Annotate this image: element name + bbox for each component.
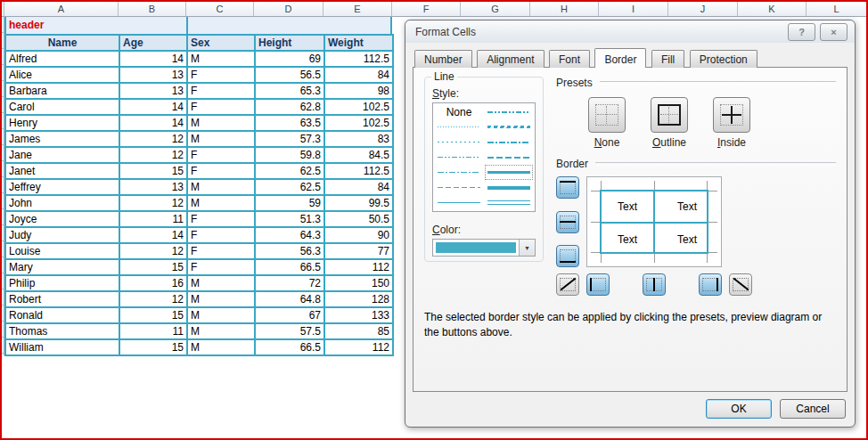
line-style-option-dashed[interactable] <box>435 180 483 195</box>
ok-button[interactable]: OK <box>706 399 772 419</box>
line-style-option-thin-solid[interactable] <box>435 195 483 210</box>
cell[interactable]: 112.5 <box>324 163 393 179</box>
header-label-cell[interactable]: header <box>6 17 188 34</box>
line-style-option-hair[interactable] <box>435 119 483 134</box>
cell[interactable]: 56.3 <box>255 243 324 259</box>
border-middle-horizontal-toggle[interactable] <box>556 211 579 233</box>
chevron-down-icon[interactable]: ▼ <box>519 240 535 256</box>
cell[interactable]: 59.8 <box>255 147 324 163</box>
cell[interactable]: 112 <box>324 339 393 355</box>
cell[interactable]: Carol <box>5 99 119 115</box>
line-style-list[interactable]: None <box>432 102 536 212</box>
cell[interactable]: John <box>5 195 119 211</box>
column-header-e[interactable]: E <box>323 2 392 16</box>
cell[interactable]: 133 <box>324 307 393 323</box>
dialog-titlebar[interactable]: Format Cells ? × <box>405 20 855 43</box>
cell[interactable]: F <box>187 99 255 115</box>
cell[interactable]: F <box>187 243 255 259</box>
cell[interactable]: 150 <box>324 275 393 291</box>
col-title-name[interactable]: Name <box>5 35 119 51</box>
cell[interactable]: M <box>187 307 255 323</box>
preset-inside-button[interactable] <box>713 97 750 133</box>
tab-fill[interactable]: Fill <box>651 50 684 68</box>
cell[interactable]: 77 <box>324 243 393 259</box>
line-style-option-thick-solid[interactable] <box>485 180 533 195</box>
cell[interactable]: 128 <box>324 291 393 307</box>
cell[interactable]: 84.5 <box>324 147 393 163</box>
cell[interactable]: 84 <box>324 179 393 195</box>
cell[interactable]: 13 <box>119 67 187 83</box>
cell[interactable]: 67 <box>255 307 324 323</box>
cell[interactable]: 12 <box>119 131 187 147</box>
cell[interactable]: 14 <box>119 227 187 243</box>
tab-alignment[interactable]: Alignment <box>477 50 544 68</box>
color-dropdown[interactable]: ▼ <box>432 239 536 257</box>
cell[interactable]: 72 <box>255 275 324 291</box>
cell[interactable]: F <box>187 227 255 243</box>
cell[interactable]: 12 <box>119 291 187 307</box>
border-diagonal-up-toggle[interactable] <box>556 273 579 296</box>
cell[interactable]: Barbara <box>5 83 119 99</box>
cell[interactable]: 14 <box>119 115 187 131</box>
cell[interactable]: 16 <box>119 275 187 291</box>
cell[interactable]: 62.8 <box>255 99 324 115</box>
cell[interactable]: Mary <box>5 259 119 275</box>
cell[interactable]: Thomas <box>5 323 119 339</box>
cell[interactable]: Janet <box>5 163 119 179</box>
cell[interactable]: Robert <box>5 291 119 307</box>
cell[interactable]: F <box>187 259 255 275</box>
tab-font[interactable]: Font <box>549 50 590 68</box>
cell[interactable]: Joyce <box>5 211 119 227</box>
cell[interactable]: 15 <box>119 307 187 323</box>
cell[interactable]: 64.8 <box>255 291 324 307</box>
cell[interactable]: 66.5 <box>255 259 324 275</box>
line-style-option-none[interactable]: None <box>435 104 483 119</box>
column-header-f[interactable]: F <box>392 2 461 16</box>
help-button[interactable]: ? <box>788 23 815 41</box>
line-style-option-double[interactable] <box>485 195 533 210</box>
cell[interactable]: F <box>187 211 255 227</box>
border-bottom-toggle[interactable] <box>556 245 579 267</box>
cell[interactable]: M <box>187 275 255 291</box>
cell[interactable]: 63.5 <box>255 115 324 131</box>
cell[interactable]: Judy <box>5 227 119 243</box>
column-header-b[interactable]: B <box>119 2 186 16</box>
cell[interactable]: 102.5 <box>324 99 393 115</box>
cell[interactable]: 15 <box>119 163 187 179</box>
border-left-toggle[interactable] <box>586 273 610 296</box>
cell[interactable]: 65.3 <box>255 83 324 99</box>
line-style-option-med-dash-dot[interactable] <box>485 134 533 150</box>
cell[interactable]: 14 <box>119 99 187 115</box>
tab-number[interactable]: Number <box>414 50 472 68</box>
cell[interactable]: Ronald <box>5 307 119 323</box>
column-header-l[interactable]: L <box>807 2 866 16</box>
cell[interactable]: 99.5 <box>324 195 393 211</box>
cell[interactable]: 15 <box>119 339 187 355</box>
line-style-option-dotted[interactable] <box>435 134 483 150</box>
cell[interactable]: William <box>5 339 119 355</box>
cell[interactable]: M <box>187 339 255 355</box>
border-diagonal-down-toggle[interactable] <box>729 273 752 296</box>
line-style-option-med-dash-dot-dot[interactable] <box>485 104 533 119</box>
cancel-button[interactable]: Cancel <box>780 399 846 419</box>
cell[interactable]: 112 <box>324 259 393 275</box>
cell[interactable]: 90 <box>324 227 393 243</box>
cell[interactable]: 57.5 <box>255 323 324 339</box>
cell[interactable]: 62.5 <box>255 179 324 195</box>
preset-outline-button[interactable] <box>651 97 688 133</box>
cell[interactable]: M <box>187 51 255 67</box>
border-preview[interactable]: Text Text Text Text <box>586 176 722 267</box>
column-header-i[interactable]: I <box>599 2 668 16</box>
col-title-height[interactable]: Height <box>255 35 324 51</box>
cell[interactable]: 12 <box>119 147 187 163</box>
cell[interactable]: F <box>187 147 255 163</box>
column-header-c[interactable]: C <box>186 2 254 16</box>
line-style-option-slant-dash-dot[interactable] <box>485 119 533 134</box>
cell[interactable]: Jane <box>5 147 119 163</box>
cell[interactable]: 98 <box>324 83 393 99</box>
cell[interactable]: 13 <box>119 83 187 99</box>
column-header-g[interactable]: G <box>461 2 530 16</box>
cell[interactable]: 69 <box>255 51 324 67</box>
cell[interactable]: 102.5 <box>324 115 393 131</box>
col-title-sex[interactable]: Sex <box>187 35 255 51</box>
